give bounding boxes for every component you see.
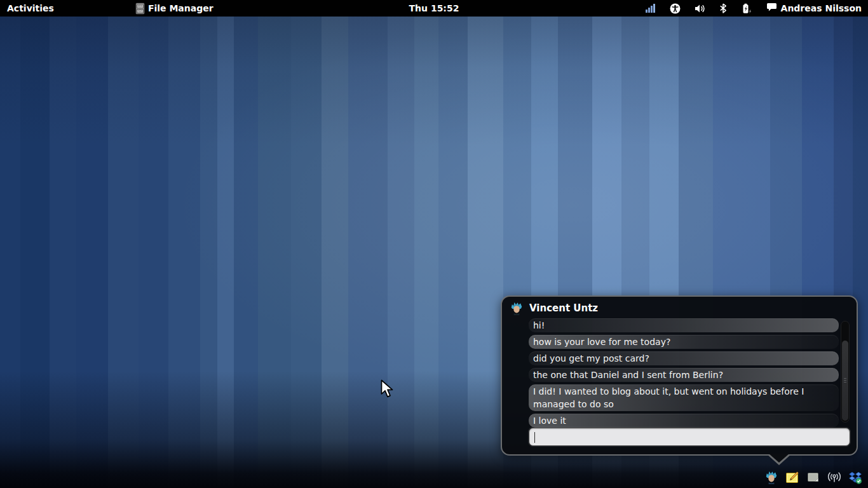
app-menu-label: File Manager [148, 3, 214, 13]
message-tray [764, 470, 863, 485]
contact-avatar-icon [510, 301, 524, 315]
dropbox-sync-icon[interactable] [848, 470, 863, 485]
chat-message: did you get my post card? [529, 351, 839, 365]
chat-scrollbar[interactable] [841, 321, 850, 423]
user-menu-button[interactable]: Andreas Nilsson [759, 0, 868, 17]
contact-name: Vincent Untz [529, 302, 598, 314]
chat-message: hi! [529, 318, 839, 332]
top-bar: Activities File Manager Thu 15:52 [0, 0, 868, 17]
chat-message: how is your love for me today? [529, 335, 839, 349]
chat-bubble-icon [766, 3, 777, 14]
chat-notification-popup: Vincent Untz hi!how is your love for me … [501, 295, 858, 456]
user-menu-label: Andreas Nilsson [781, 3, 862, 13]
text-caret [534, 432, 535, 443]
popup-tail [767, 454, 791, 465]
chat-message: I did! I wanted to blog about it, but we… [529, 384, 839, 411]
file-cabinet-icon [135, 3, 146, 15]
app-menu-button[interactable]: File Manager [128, 0, 220, 17]
chat-reply-input[interactable] [529, 428, 850, 446]
chat-message: the one that Daniel and I sent from Berl… [529, 368, 839, 382]
desktop: Activities File Manager Thu 15:52 [0, 0, 868, 488]
scrollbar-grip [844, 378, 846, 383]
chat-message: I love it [529, 414, 839, 428]
clock-button[interactable]: Thu 15:52 [402, 0, 466, 17]
battery-charging-icon[interactable] [734, 0, 759, 17]
volume-icon[interactable] [688, 0, 712, 17]
message-list: hi!how is your love for me today?did you… [529, 318, 839, 430]
scrollbar-thumb[interactable] [842, 341, 848, 421]
screenshot-icon[interactable] [806, 470, 821, 485]
activities-button[interactable]: Activities [0, 0, 61, 17]
chat-contact-avatar-icon[interactable] [764, 470, 779, 485]
notes-icon[interactable] [785, 470, 800, 485]
network-signal-icon[interactable] [639, 0, 663, 17]
chat-header: Vincent Untz [510, 301, 598, 315]
broadcast-antenna-icon[interactable] [827, 470, 842, 485]
accessibility-icon[interactable] [663, 0, 688, 17]
mouse-cursor [381, 379, 395, 398]
bluetooth-icon[interactable] [712, 0, 734, 17]
